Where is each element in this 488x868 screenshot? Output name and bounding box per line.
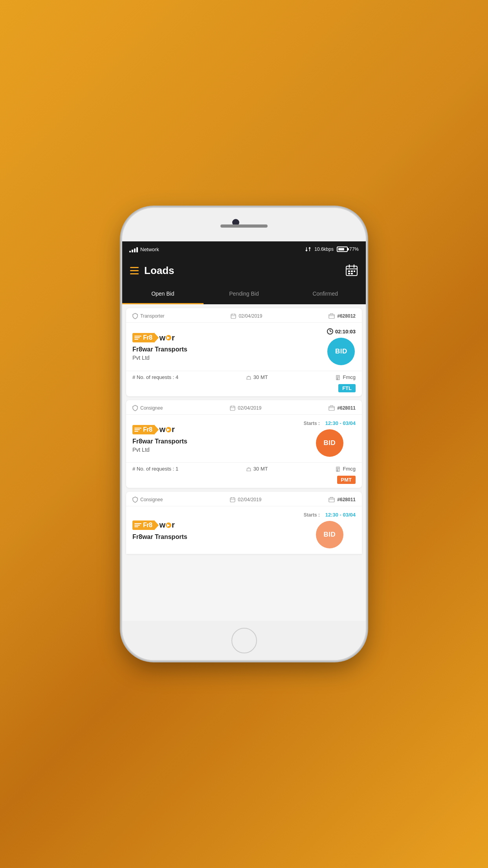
- svg-rect-31: [329, 498, 334, 502]
- calendar-header-icon[interactable]: [345, 264, 358, 277]
- load-card-2[interactable]: Consignee 02/04/2019: [126, 400, 362, 488]
- battery-percentage: 77%: [349, 246, 359, 252]
- bid-button-1[interactable]: BID: [327, 338, 355, 365]
- building-icon-2: [335, 466, 341, 472]
- phone-bottom-bezel: [122, 621, 366, 660]
- battery-fill: [338, 248, 344, 250]
- network-label: Network: [140, 246, 159, 252]
- signal-bar-3: [134, 248, 136, 252]
- load-card-1[interactable]: Transporter 02/04/2019: [126, 308, 362, 396]
- svg-rect-7: [348, 273, 350, 274]
- weight-1: 30 MT: [246, 374, 268, 380]
- tab-pending-bid[interactable]: Pending Bid: [204, 284, 285, 304]
- home-button[interactable]: [231, 628, 257, 653]
- bid-button-2[interactable]: BID: [316, 429, 343, 457]
- starts-label-2: Starts : 12:30 - 03/04: [304, 420, 356, 426]
- hamburger-menu-icon[interactable]: [130, 267, 139, 274]
- card-header-1: Transporter 02/04/2019: [126, 308, 362, 323]
- card-body-2: Fr8 w ▶ r Fr8war Transports: [126, 415, 362, 462]
- phone-top-bezel: [122, 208, 366, 241]
- svg-rect-8: [351, 273, 353, 274]
- status-bar: Network 10.6kbps 77%: [122, 241, 366, 257]
- shield-icon-1: [132, 313, 138, 319]
- card-tags-2: PMT: [126, 476, 362, 488]
- svg-rect-9: [231, 314, 236, 318]
- svg-rect-13: [329, 314, 334, 318]
- card-orderid-3: #628011: [328, 497, 356, 502]
- card-tags-1: FTL: [126, 384, 362, 396]
- status-bar-left: Network: [129, 246, 159, 252]
- hamburger-line-3: [130, 273, 139, 274]
- card-date-1: 02/04/2019: [231, 313, 262, 319]
- svg-rect-5: [351, 270, 353, 272]
- signal-bars-icon: [129, 246, 138, 252]
- company-info-3: Fr8 w ▶ r Fr8war Transports: [132, 520, 187, 541]
- signal-bar-2: [132, 250, 133, 252]
- card-body-3: Fr8 w ▶ r Fr8war Transports: [126, 506, 362, 554]
- box-icon-1: [328, 313, 335, 319]
- clock-icon-1: [327, 328, 333, 335]
- card-orderid-1: #628012: [328, 313, 356, 319]
- data-transfer-icon: [305, 246, 311, 252]
- shield-icon-2: [132, 405, 138, 411]
- load-card-3[interactable]: Consignee 02/04/2019: [126, 492, 362, 554]
- svg-rect-27: [230, 498, 235, 502]
- tab-open-bid[interactable]: Open Bid: [122, 284, 204, 304]
- timer-1: 02:10:03: [327, 328, 356, 335]
- tag-pmt-2: PMT: [337, 476, 356, 484]
- weight-icon-1: [246, 375, 251, 380]
- card-date-3: 02/04/2019: [230, 497, 261, 502]
- card-role-2: Consignee: [132, 405, 163, 411]
- svg-rect-4: [348, 270, 350, 272]
- app-header: Loads: [122, 257, 366, 284]
- bid-button-3[interactable]: BID: [316, 521, 343, 548]
- category-2: Fmcg: [335, 466, 356, 472]
- shield-icon-3: [132, 497, 138, 503]
- building-icon-1: [335, 375, 341, 380]
- company-info-1: Fr8 w ▶ r Fr8war Transports: [132, 333, 187, 361]
- fr8war-logo-1: Fr8 w ▶ r: [132, 333, 187, 343]
- company-sub-1: Pvt Ltd: [132, 355, 187, 361]
- card-date-2: 02/04/2019: [230, 405, 261, 411]
- fr8war-logo-3: Fr8 w ▶ r: [132, 520, 187, 530]
- speaker-bar: [220, 224, 268, 228]
- status-bar-right: 10.6kbps 77%: [305, 246, 359, 252]
- header-left: Loads: [130, 265, 174, 277]
- starts-label-3: Starts : 12:30 - 03/04: [304, 512, 356, 518]
- weight-icon-2: [246, 466, 251, 472]
- signal-bar-4: [136, 247, 138, 252]
- weight-2: 30 MT: [246, 466, 268, 472]
- tag-ftl-1: FTL: [338, 384, 356, 392]
- requests-2: # No. of requests : 1: [132, 466, 178, 472]
- content-area[interactable]: Transporter 02/04/2019: [122, 304, 366, 621]
- company-sub-2: Pvt Ltd: [132, 447, 187, 453]
- battery-indicator: 77%: [337, 246, 359, 252]
- company-name-3: Fr8war Transports: [132, 533, 187, 541]
- card-footer-2: # No. of requests : 1 30 MT: [126, 462, 362, 476]
- card-body-1: Fr8 w ▶ r Fr8war Transports: [126, 323, 362, 371]
- page-title: Loads: [144, 265, 174, 277]
- company-info-2: Fr8 w ▶ r Fr8war Transports: [132, 425, 187, 453]
- battery-icon: [337, 246, 348, 252]
- bid-area-3: Starts : 12:30 - 03/04 BID: [304, 512, 356, 548]
- bid-area-2: Starts : 12:30 - 03/04 BID: [304, 420, 356, 457]
- hamburger-line-1: [130, 267, 139, 268]
- card-header-2: Consignee 02/04/2019: [126, 400, 362, 415]
- box-icon-2: [328, 405, 335, 411]
- network-speed: 10.6kbps: [314, 246, 334, 252]
- hamburger-line-2: [130, 270, 139, 271]
- card-header-3: Consignee 02/04/2019: [126, 492, 362, 506]
- screen: Network 10.6kbps 77%: [122, 241, 366, 621]
- card-orderid-2: #628011: [328, 405, 356, 411]
- card-role-1: Transporter: [132, 313, 165, 319]
- phone-frame: Network 10.6kbps 77%: [122, 208, 366, 660]
- calendar-icon-3: [230, 497, 235, 502]
- signal-bar-1: [129, 251, 131, 252]
- svg-rect-22: [329, 406, 334, 410]
- card-footer-1: # No. of requests : 4 30 MT: [126, 371, 362, 384]
- tab-confirmed[interactable]: Confirmed: [284, 284, 366, 304]
- company-name-1: Fr8war Transports: [132, 346, 187, 353]
- calendar-icon-2: [230, 405, 235, 411]
- bid-area-1: 02:10:03 BID: [327, 328, 356, 365]
- category-1: Fmcg: [335, 374, 356, 380]
